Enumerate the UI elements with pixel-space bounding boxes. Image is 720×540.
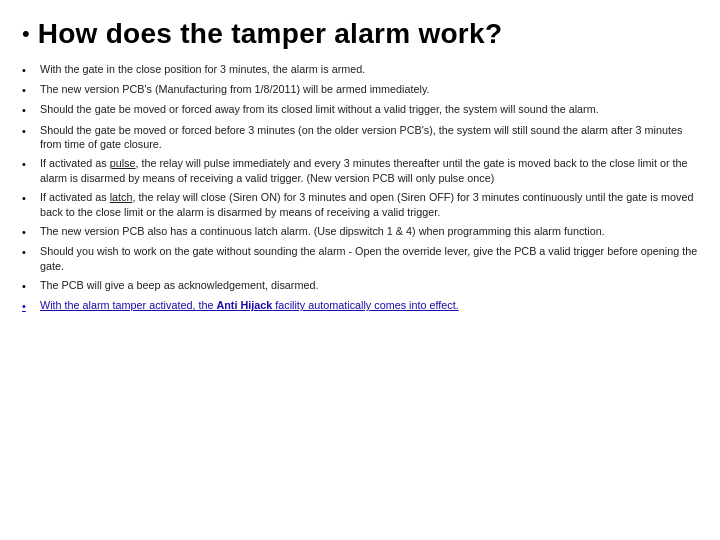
bullet-icon: • (22, 63, 34, 78)
item-text: Should the gate be moved or forced away … (40, 102, 698, 117)
list-item: • If activated as pulse, the relay will … (22, 156, 698, 186)
item-text-before: If activated as (40, 157, 110, 169)
bullet-icon: • (22, 225, 34, 240)
page: • How does the tamper alarm work? • With… (0, 0, 720, 540)
item-text: The new version PCB's (Manufacturing fro… (40, 82, 698, 97)
main-heading: • How does the tamper alarm work? (22, 18, 698, 50)
item-text-before: With the alarm tamper activated, the (40, 299, 216, 311)
bullet-icon: • (22, 124, 34, 139)
item-text: With the gate in the close position for … (40, 62, 698, 77)
item-text: If activated as pulse, the relay will pu… (40, 156, 698, 186)
list-item: • Should the gate be moved or forced bef… (22, 123, 698, 153)
bullet-icon: • (22, 299, 34, 314)
bullet-icon: • (22, 103, 34, 118)
list-item: • The new version PCB also has a continu… (22, 224, 698, 240)
bullet-list: • With the gate in the close position fo… (22, 62, 698, 318)
bullet-icon: • (22, 279, 34, 294)
item-text: The new version PCB also has a continuou… (40, 224, 698, 239)
list-item: • The PCB will give a beep as acknowledg… (22, 278, 698, 294)
item-text: With the alarm tamper activated, the Ant… (40, 298, 698, 313)
item-text-before: If activated as (40, 191, 110, 203)
item-text-after: facility automatically comes into effect… (272, 299, 458, 311)
list-item: • The new version PCB's (Manufacturing f… (22, 82, 698, 98)
bullet-icon: • (22, 191, 34, 206)
list-item-last: • With the alarm tamper activated, the A… (22, 298, 698, 314)
item-text-underline: latch (110, 191, 133, 203)
item-text-after: , the relay will pulse immediately and e… (40, 157, 688, 184)
anti-hijack-link[interactable]: Anti Hijack (216, 299, 272, 311)
item-text: If activated as latch, the relay will cl… (40, 190, 698, 220)
item-text-underline: pulse (110, 157, 136, 169)
bullet-icon: • (22, 157, 34, 172)
bullet-icon: • (22, 83, 34, 98)
bullet-icon: • (22, 245, 34, 260)
list-item: • Should you wish to work on the gate wi… (22, 244, 698, 274)
list-item: • Should the gate be moved or forced awa… (22, 102, 698, 118)
list-item: • With the gate in the close position fo… (22, 62, 698, 78)
main-bullet-icon: • (22, 23, 30, 45)
page-title: How does the tamper alarm work? (38, 18, 503, 50)
item-text: Should the gate be moved or forced befor… (40, 123, 698, 153)
item-text: The PCB will give a beep as acknowledgem… (40, 278, 698, 293)
item-text: Should you wish to work on the gate with… (40, 244, 698, 274)
list-item: • If activated as latch, the relay will … (22, 190, 698, 220)
item-text-after: , the relay will close (Siren ON) for 3 … (40, 191, 694, 218)
